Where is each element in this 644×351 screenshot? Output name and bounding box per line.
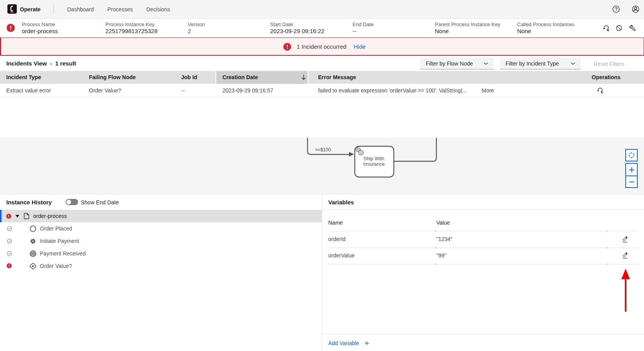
svg-text:>=$100: >=$100 [315, 147, 331, 152]
svg-text:Insurance: Insurance [363, 161, 385, 167]
svg-text:Ship With: Ship With [363, 156, 384, 161]
